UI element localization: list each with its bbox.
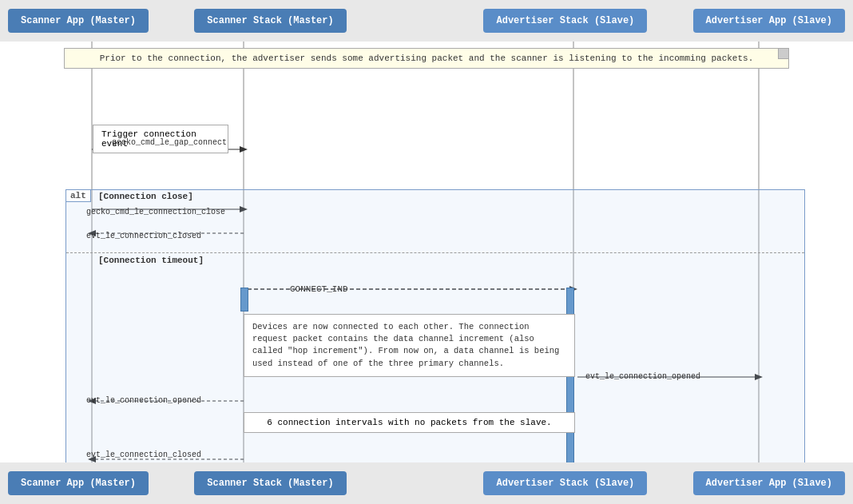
alt-guard-timeout: [Connection timeout]	[98, 256, 204, 265]
header-bar: Scanner App (Master) Scanner Stack (Mast…	[0, 0, 853, 42]
actor-btn-advertiser-app-footer[interactable]: Advertiser App (Slave)	[693, 471, 845, 495]
arrow-label-connect-ind: CONNECT_IND	[290, 284, 348, 294]
arrow-label-connection-close: gecko_cmd_le_connection_close	[86, 208, 225, 216]
arrow-label-closed-bottom: evt_le_connection_closed	[86, 450, 201, 459]
actor-btn-advertiser-stack[interactable]: Advertiser Stack (Slave)	[483, 9, 647, 33]
actor-btn-scanner-stack[interactable]: Scanner Stack (Master)	[194, 9, 346, 33]
actor-btn-advertiser-stack-footer[interactable]: Advertiser Stack (Slave)	[483, 471, 647, 495]
alt-guard-close: [Connection close]	[98, 192, 193, 201]
arrow-label-opened-advertiser: evt_le_connection_opened	[585, 372, 700, 381]
arrow-label-closed-top: evt_le_connection_closed	[86, 232, 201, 240]
diagram-wrapper: Scanner App (Master) Scanner Stack (Mast…	[0, 0, 853, 504]
alt-divider	[66, 252, 804, 253]
actor-btn-advertiser-app[interactable]: Advertiser App (Slave)	[693, 9, 845, 33]
arrow-label-opened-scanner: evt_le_connection_opened	[86, 396, 201, 405]
alt-frame: alt [Connection close] gecko_cmd_le_conn…	[65, 189, 805, 462]
actor-btn-scanner-app-footer[interactable]: Scanner App (Master)	[8, 471, 149, 495]
activation-scanner-stack	[240, 288, 248, 312]
note-timeout: 6 connection intervals with no packets f…	[244, 412, 575, 433]
diagram-area: Prior to the connection, the advertiser …	[0, 42, 853, 462]
note-top: Prior to the connection, the advertiser …	[64, 48, 789, 69]
actor-btn-scanner-stack-footer[interactable]: Scanner Stack (Master)	[194, 471, 346, 495]
actor-btn-scanner-app[interactable]: Scanner App (Master)	[8, 9, 149, 33]
info-box: Devices are now connected to each other.…	[244, 314, 575, 377]
footer-bar: Scanner App (Master) Scanner Stack (Mast…	[0, 462, 853, 504]
svg-marker-5	[240, 146, 248, 153]
arrow-label-gap-connect: gecko_cmd_le_gap_connect	[112, 138, 227, 147]
alt-label: alt	[66, 190, 91, 202]
